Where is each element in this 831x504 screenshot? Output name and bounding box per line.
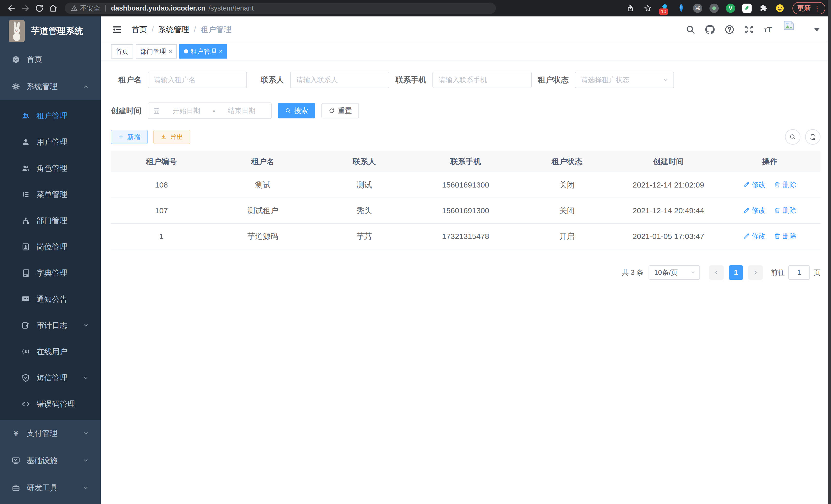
extension-v-icon[interactable]: V: [725, 3, 736, 13]
sidebar-item-online-user[interactable]: 在线用户: [0, 338, 101, 365]
sidebar-item-label: 在线用户: [36, 347, 67, 357]
browser-menu-dots-icon[interactable]: ⋮: [813, 4, 821, 12]
page-size-value: 10条/页: [654, 268, 678, 277]
share-icon[interactable]: [624, 2, 636, 14]
search-button[interactable]: 搜索: [278, 103, 315, 118]
edit-label: 修改: [752, 232, 766, 241]
sidebar-item-role[interactable]: 角色管理: [0, 155, 101, 181]
sidebar-logo[interactable]: 芋道管理系统: [0, 17, 101, 46]
scrollbar[interactable]: [828, 0, 831, 504]
sidebar-item-dev-tools[interactable]: 研发工具: [0, 474, 101, 501]
page-size-select[interactable]: 10条/页: [649, 265, 700, 280]
extension-kite-icon[interactable]: [676, 3, 687, 13]
close-icon[interactable]: ×: [169, 48, 172, 55]
sidebar-item-post[interactable]: 岗位管理: [0, 234, 101, 260]
close-icon[interactable]: ×: [219, 48, 223, 55]
table-tools: [785, 129, 821, 145]
reset-button[interactable]: 重置: [321, 103, 359, 118]
sidebar-item-audit-log[interactable]: 审计日志: [0, 313, 101, 338]
sidebar-item-system[interactable]: 系统管理: [0, 73, 101, 100]
chevron-left-icon: [713, 269, 719, 276]
sidebar-item-dict[interactable]: 字典管理: [0, 260, 101, 286]
date-start-placeholder: 开始日期: [162, 106, 211, 115]
delete-link[interactable]: 删除: [774, 232, 797, 241]
edit-label: 修改: [752, 180, 766, 189]
date-separator: -: [213, 107, 215, 115]
chevron-down-icon: [83, 485, 89, 491]
sidebar-item-label: 角色管理: [36, 163, 67, 174]
extensions-puzzle-icon[interactable]: [758, 3, 769, 13]
extension-command-icon[interactable]: ⌘: [692, 3, 703, 13]
delete-link[interactable]: 删除: [774, 180, 797, 189]
export-button[interactable]: 导出: [153, 130, 191, 144]
browser-actions: 10 ⌘ V: [624, 2, 825, 14]
sidebar-item-tenant[interactable]: 租户管理: [0, 103, 101, 129]
col-header: 联系人: [314, 151, 415, 172]
breadcrumb-item[interactable]: 系统管理: [158, 24, 189, 35]
sidebar-collapse-icon[interactable]: [112, 24, 122, 35]
bookmark-star-icon[interactable]: [642, 2, 654, 14]
breadcrumb-item[interactable]: 首页: [132, 24, 147, 35]
sidebar-item-dept[interactable]: 部门管理: [0, 208, 101, 234]
tags-view: 首页 部门管理 × 租户管理 ×: [101, 42, 831, 60]
toolbox-icon: [12, 484, 20, 492]
refresh-table-button[interactable]: [805, 129, 821, 145]
url-path: /system/tenant: [209, 4, 254, 12]
browser-update-button[interactable]: 更新 ⋮: [793, 2, 825, 14]
sidebar-item-label: 通知公告: [36, 294, 67, 305]
sidebar-item-home[interactable]: 首页: [0, 46, 101, 73]
sidebar-item-notice[interactable]: 通知公告: [0, 286, 101, 313]
tenant-name-input[interactable]: [148, 72, 247, 88]
extension-emoji-icon[interactable]: [774, 3, 785, 13]
help-icon[interactable]: [725, 25, 735, 34]
github-icon[interactable]: [705, 25, 715, 34]
edit-link[interactable]: 修改: [743, 206, 766, 215]
sidebar-item-sms[interactable]: 短信管理: [0, 365, 101, 391]
delete-link[interactable]: 删除: [774, 206, 797, 215]
table-toolbar: 新增 导出: [111, 129, 821, 145]
field-label: 租户状态: [538, 75, 569, 85]
date-range-picker[interactable]: 开始日期 - 结束日期: [148, 102, 271, 119]
edit-link[interactable]: 修改: [743, 232, 766, 241]
avatar[interactable]: [782, 19, 803, 40]
next-page-button[interactable]: [748, 265, 763, 280]
sidebar-item-user[interactable]: 用户管理: [0, 129, 101, 155]
contact-input[interactable]: [290, 72, 389, 88]
status-select[interactable]: 请选择租户状态: [575, 72, 674, 88]
roles-icon: [22, 164, 30, 172]
goto-page-input[interactable]: [789, 265, 810, 280]
phone-input[interactable]: [432, 72, 532, 88]
sidebar-item-label: 基础设施: [27, 455, 58, 466]
tag-home[interactable]: 首页: [111, 44, 133, 59]
sidebar-item-error-code[interactable]: 错误码管理: [0, 391, 101, 417]
sidebar-item-payment[interactable]: ¥ 支付管理: [0, 420, 101, 447]
browser-reload-icon[interactable]: [33, 2, 45, 14]
add-button[interactable]: 新增: [111, 130, 148, 144]
page-number-button[interactable]: 1: [729, 265, 743, 280]
sidebar-item-menu[interactable]: 菜单管理: [0, 181, 101, 208]
extension-record-icon[interactable]: [709, 3, 719, 13]
extension-bird-icon[interactable]: [742, 3, 752, 13]
trash-icon: [774, 207, 781, 214]
prev-page-button[interactable]: [709, 265, 724, 280]
browser-home-icon[interactable]: [47, 2, 59, 14]
security-indicator[interactable]: 不安全: [71, 4, 100, 13]
browser-back-icon[interactable]: [6, 2, 18, 14]
avatar-caret-icon[interactable]: [814, 28, 820, 31]
show-search-button[interactable]: [785, 129, 800, 145]
extension-sider-icon[interactable]: 10: [659, 3, 670, 13]
trash-icon: [774, 233, 781, 239]
tag-tenant[interactable]: 租户管理 ×: [179, 44, 227, 59]
active-dot: [184, 49, 188, 53]
pencil-icon: [743, 207, 750, 214]
browser-forward-icon[interactable]: [20, 2, 31, 14]
font-size-icon[interactable]: TT: [764, 25, 772, 34]
dictionary-icon: [22, 269, 30, 277]
fullscreen-icon[interactable]: [744, 25, 754, 34]
cell-phone: 17321315478: [415, 224, 516, 249]
edit-link[interactable]: 修改: [743, 180, 766, 189]
sidebar-item-infrastructure[interactable]: 基础设施: [0, 447, 101, 474]
tag-dept[interactable]: 部门管理 ×: [136, 44, 177, 59]
address-bar[interactable]: 不安全 dashboard.yudao.iocoder.cn/system/te…: [65, 3, 496, 14]
search-icon[interactable]: [686, 25, 695, 34]
